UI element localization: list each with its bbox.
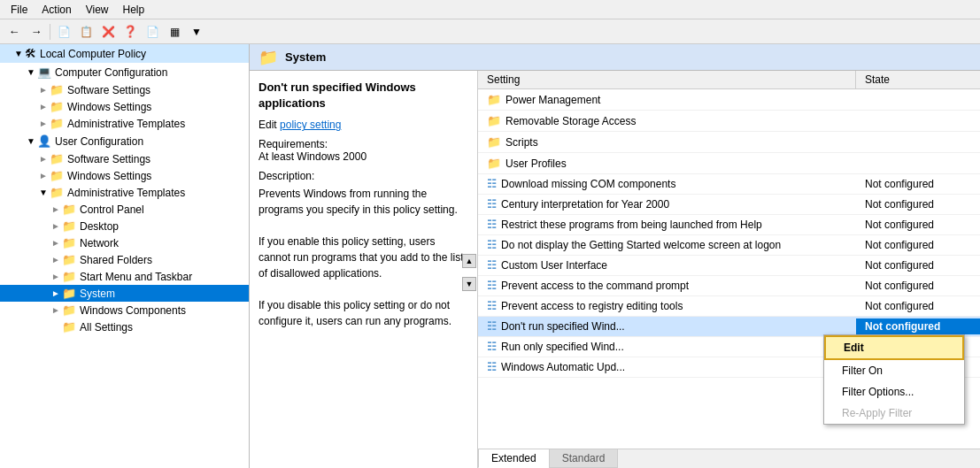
- tab-standard[interactable]: Standard: [549, 449, 619, 468]
- requirements-label: Requirements:: [259, 138, 468, 150]
- tree-item-windows-settings-1[interactable]: ► 📁 Windows Settings: [0, 98, 249, 115]
- folder-icon: 📁: [487, 135, 501, 149]
- context-menu-item-reapply[interactable]: Re-Apply Filter: [824, 403, 964, 424]
- filter-button[interactable]: ▼: [186, 22, 207, 42]
- list-header: Setting State: [478, 71, 980, 89]
- list-cell-state: [856, 134, 980, 150]
- properties-button[interactable]: ❓: [120, 22, 141, 42]
- show-hide-button[interactable]: 📄: [53, 22, 74, 42]
- folder-icon: 📁: [487, 157, 501, 170]
- list-cell-setting: 📁 Scripts: [478, 134, 856, 150]
- tab-extended[interactable]: Extended: [478, 449, 550, 468]
- content-body: Don't run specified Windows applications…: [250, 71, 980, 468]
- context-menu-item-filter-options[interactable]: Filter Options...: [824, 381, 964, 403]
- list-row[interactable]: 📁 Removable Storage Access: [478, 111, 980, 132]
- tree-item-software-settings-1[interactable]: ► 📁 Software Settings: [0, 81, 249, 98]
- list-cell-state: Not configured: [856, 298, 980, 314]
- tree-label: System: [80, 288, 115, 300]
- tree-item-admin-templates-1[interactable]: ► 📁 Administrative Templates: [0, 115, 249, 132]
- folder-icon: 📁: [62, 253, 76, 266]
- tree-label: Administrative Templates: [67, 187, 185, 199]
- policy-icon: ☷: [487, 178, 497, 190]
- tree-item-start-menu[interactable]: ► 📁 Start Menu and Taskbar: [0, 268, 249, 285]
- tree-item-shared-folders[interactable]: ► 📁 Shared Folders: [0, 251, 249, 268]
- tree-item-software-settings-2[interactable]: ► 📁 Software Settings: [0, 150, 249, 167]
- tree-item-windows-settings-2[interactable]: ► 📁 Windows Settings: [0, 167, 249, 184]
- tree-item-windows-components[interactable]: ► 📁 Windows Components: [0, 302, 249, 318]
- tree-item-all-settings[interactable]: 📁 All Settings: [0, 318, 249, 335]
- folder-icon: 📁: [50, 152, 64, 165]
- list-row[interactable]: ☷ Century interpretation for Year 2000 N…: [478, 195, 980, 215]
- policy-icon: ☷: [487, 198, 497, 211]
- list-cell-state: [856, 112, 980, 129]
- list-cell-setting: 📁 Power Management: [478, 91, 856, 108]
- list-row[interactable]: 📁 Scripts: [478, 132, 980, 153]
- tree-item-computer-config[interactable]: ▼ 💻 Computer Configuration: [0, 63, 249, 81]
- copy-button[interactable]: 📋: [75, 22, 96, 42]
- scroll-down-button[interactable]: ▼: [462, 277, 476, 291]
- list-cell-setting: ☷ Don't run specified Wind...: [478, 318, 856, 334]
- expand-icon: ►: [51, 288, 62, 298]
- export-button[interactable]: 📄: [142, 22, 163, 42]
- tree-label: Windows Components: [80, 304, 186, 317]
- header-title: System: [285, 50, 326, 64]
- list-row[interactable]: ☷ Prevent access to the command prompt N…: [478, 276, 980, 296]
- tabs-bar: Extended Standard: [478, 449, 980, 468]
- list-row[interactable]: ☷ Prevent access to registry editing too…: [478, 296, 980, 317]
- tree-item-desktop[interactable]: ► 📁 Desktop: [0, 218, 249, 234]
- expand-icon: ►: [39, 119, 50, 128]
- tree-item-system[interactable]: ► 📁 System: [0, 285, 249, 302]
- tree-label: Windows Settings: [67, 170, 151, 182]
- forward-button[interactable]: →: [26, 22, 47, 42]
- menu-view[interactable]: View: [79, 2, 116, 18]
- list-cell-setting: ☷ Do not display the Getting Started wel…: [478, 237, 856, 253]
- delete-button[interactable]: ❌: [97, 22, 119, 42]
- list-cell-setting: ☷ Restrict these programs from being lau…: [478, 217, 856, 233]
- expand-icon: ►: [39, 171, 50, 180]
- tree-item-user-config[interactable]: ▼ 👤 User Configuration: [0, 132, 249, 150]
- menu-help[interactable]: Help: [116, 2, 152, 18]
- toolbar: ← → 📄 📋 ❌ ❓ 📄 ▦ ▼: [0, 19, 980, 44]
- tree-item-admin-templates-2[interactable]: ▼ 📁 Administrative Templates: [0, 184, 249, 201]
- list-cell-state: Not configured: [856, 217, 980, 233]
- expand-icon: ▼: [27, 67, 37, 77]
- list-row[interactable]: 📁 Power Management: [478, 89, 980, 111]
- list-cell-state: [856, 155, 980, 172]
- list-row[interactable]: ☷ Restrict these programs from being lau…: [478, 215, 980, 235]
- folder-icon: 📁: [50, 100, 64, 113]
- computer-icon: 🛠: [25, 47, 36, 60]
- tree-item-local-policy[interactable]: ▼ 🛠 Local Computer Policy: [0, 44, 249, 63]
- list-row[interactable]: ☷ Do not display the Getting Started wel…: [478, 235, 980, 256]
- list-cell-state: Not configured: [856, 237, 980, 253]
- context-menu-item-filter-on[interactable]: Filter On: [824, 360, 964, 381]
- list-row[interactable]: ☷ Custom User Interface Not configured: [478, 256, 980, 276]
- menu-action[interactable]: Action: [35, 2, 78, 18]
- expand-icon: ►: [51, 238, 62, 248]
- list-cell-state: Not configured: [856, 176, 980, 192]
- policy-icon: ☷: [487, 361, 497, 373]
- list-cell-setting: 📁 Removable Storage Access: [478, 112, 856, 129]
- folder-icon: 📁: [50, 169, 64, 182]
- list-cell-setting: ☷ Run only specified Wind...: [478, 339, 856, 355]
- description-text: Prevents Windows from running the progra…: [259, 186, 468, 329]
- list-row[interactable]: 📁 User Profiles: [478, 153, 980, 174]
- tree-label: Computer Configuration: [55, 66, 167, 79]
- policy-icon: ☷: [487, 300, 497, 312]
- view-button[interactable]: ▦: [164, 22, 185, 42]
- tree-label: Software Settings: [67, 153, 150, 165]
- back-button[interactable]: ←: [4, 22, 25, 42]
- folder-icon: 📁: [50, 83, 64, 96]
- scroll-up-button[interactable]: ▲: [462, 254, 476, 268]
- menu-file[interactable]: File: [4, 2, 35, 18]
- tree-item-network[interactable]: ► 📁 Network: [0, 234, 249, 251]
- policy-icon: ☷: [487, 259, 497, 272]
- tree-item-control-panel[interactable]: ► 📁 Control Panel: [0, 201, 249, 218]
- tree-label: Software Settings: [67, 84, 150, 96]
- list-cell-setting: ☷ Century interpretation for Year 2000: [478, 196, 856, 212]
- context-menu-item-edit[interactable]: Edit: [824, 335, 964, 360]
- folder-icon: 📁: [50, 117, 64, 130]
- policy-link[interactable]: policy setting: [280, 119, 341, 131]
- list-row[interactable]: ☷ Download missing COM components Not co…: [478, 174, 980, 195]
- content-header: 📁 System: [250, 44, 980, 71]
- expand-icon: ▼: [27, 136, 37, 146]
